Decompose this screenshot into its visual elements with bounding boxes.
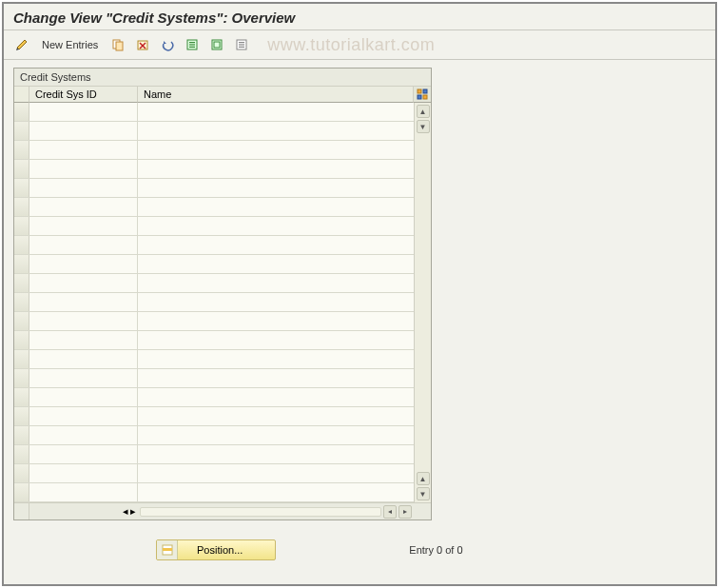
row-selector[interactable] — [14, 426, 29, 444]
row-selector[interactable] — [14, 369, 29, 387]
horizontal-scroll-track[interactable] — [140, 507, 381, 517]
cell-credit-sys-id[interactable] — [29, 293, 138, 311]
table-row[interactable] — [14, 331, 414, 350]
cell-name[interactable] — [138, 198, 414, 216]
cell-name[interactable] — [138, 293, 414, 311]
table-row[interactable] — [14, 122, 414, 141]
row-selector[interactable] — [14, 103, 29, 121]
cell-name[interactable] — [138, 103, 414, 121]
cell-name[interactable] — [138, 426, 414, 444]
vertical-scrollbar[interactable]: ▲ ▼ ▲ ▼ — [414, 103, 431, 502]
select-block-icon[interactable] — [206, 34, 227, 55]
row-selector[interactable] — [14, 255, 29, 273]
cell-name[interactable] — [138, 255, 414, 273]
table-row[interactable] — [14, 407, 414, 426]
scroll-col-left-icon[interactable]: ◂ — [123, 505, 128, 518]
table-row[interactable] — [14, 255, 414, 274]
row-selector[interactable] — [14, 464, 29, 482]
cell-name[interactable] — [138, 464, 414, 482]
table-row[interactable] — [14, 293, 414, 312]
scroll-left-icon[interactable]: ◂ — [383, 505, 397, 519]
scroll-page-up-icon[interactable]: ▼ — [417, 120, 430, 133]
cell-credit-sys-id[interactable] — [29, 464, 138, 482]
select-all-rows-header[interactable] — [14, 87, 29, 103]
cell-credit-sys-id[interactable] — [29, 426, 138, 444]
scroll-down-icon[interactable]: ▼ — [417, 487, 430, 500]
undo-change-icon[interactable] — [157, 34, 178, 55]
table-row[interactable] — [14, 445, 414, 464]
cell-credit-sys-id[interactable] — [29, 103, 138, 121]
table-row[interactable] — [14, 160, 414, 179]
cell-credit-sys-id[interactable] — [29, 407, 138, 425]
cell-name[interactable] — [138, 350, 414, 368]
table-row[interactable] — [14, 483, 414, 502]
select-all-icon[interactable] — [182, 34, 203, 55]
cell-credit-sys-id[interactable] — [29, 160, 138, 178]
scroll-col-right-icon[interactable]: ▸ — [130, 505, 136, 518]
cell-credit-sys-id[interactable] — [29, 312, 138, 330]
table-row[interactable] — [14, 141, 414, 160]
cell-name[interactable] — [138, 483, 414, 501]
scroll-page-down-icon[interactable]: ▲ — [417, 472, 430, 485]
table-row[interactable] — [14, 198, 414, 217]
cell-credit-sys-id[interactable] — [29, 331, 138, 349]
cell-name[interactable] — [138, 217, 414, 235]
row-selector[interactable] — [14, 160, 29, 178]
cell-name[interactable] — [138, 312, 414, 330]
table-row[interactable] — [14, 217, 414, 236]
cell-credit-sys-id[interactable] — [29, 388, 138, 406]
deselect-all-icon[interactable] — [231, 34, 252, 55]
table-row[interactable] — [14, 274, 414, 293]
row-selector[interactable] — [14, 445, 29, 463]
table-row[interactable] — [14, 350, 414, 369]
cell-name[interactable] — [138, 160, 414, 178]
row-selector[interactable] — [14, 141, 29, 159]
table-row[interactable] — [14, 464, 414, 483]
cell-name[interactable] — [138, 179, 414, 197]
table-row[interactable] — [14, 388, 414, 407]
row-selector[interactable] — [14, 217, 29, 235]
new-entries-button[interactable]: New Entries — [36, 36, 104, 53]
row-selector[interactable] — [14, 122, 29, 140]
toggle-display-change-icon[interactable] — [11, 34, 32, 55]
delete-icon[interactable] — [132, 34, 153, 55]
col-header-credit-sys-id[interactable]: Credit Sys ID — [29, 87, 138, 103]
cell-credit-sys-id[interactable] — [29, 122, 138, 140]
cell-credit-sys-id[interactable] — [29, 483, 138, 501]
horizontal-scrollbar[interactable]: ◂ ▸ — [138, 503, 414, 519]
row-selector[interactable] — [14, 407, 29, 425]
cell-name[interactable] — [138, 122, 414, 140]
cell-credit-sys-id[interactable] — [29, 198, 138, 216]
row-selector[interactable] — [14, 350, 29, 368]
table-row[interactable] — [14, 103, 414, 122]
cell-credit-sys-id[interactable] — [29, 274, 138, 292]
scroll-up-icon[interactable]: ▲ — [417, 105, 430, 118]
cell-name[interactable] — [138, 407, 414, 425]
row-selector[interactable] — [14, 483, 29, 501]
col-header-name[interactable]: Name — [138, 87, 414, 103]
cell-name[interactable] — [138, 369, 414, 387]
row-selector[interactable] — [14, 236, 29, 254]
row-selector[interactable] — [14, 312, 29, 330]
cell-name[interactable] — [138, 331, 414, 349]
scroll-right-icon[interactable]: ▸ — [398, 505, 412, 519]
row-selector[interactable] — [14, 198, 29, 216]
row-selector[interactable] — [14, 274, 29, 292]
row-selector[interactable] — [14, 293, 29, 311]
table-row[interactable] — [14, 236, 414, 255]
cell-credit-sys-id[interactable] — [29, 350, 138, 368]
cell-name[interactable] — [138, 236, 414, 254]
cell-credit-sys-id[interactable] — [29, 236, 138, 254]
table-row[interactable] — [14, 179, 414, 198]
table-row[interactable] — [14, 369, 414, 388]
cell-name[interactable] — [138, 388, 414, 406]
row-selector[interactable] — [14, 179, 29, 197]
table-row[interactable] — [14, 426, 414, 445]
cell-name[interactable] — [138, 274, 414, 292]
table-row[interactable] — [14, 312, 414, 331]
cell-credit-sys-id[interactable] — [29, 217, 138, 235]
cell-credit-sys-id[interactable] — [29, 445, 138, 463]
cell-credit-sys-id[interactable] — [29, 179, 138, 197]
cell-credit-sys-id[interactable] — [29, 369, 138, 387]
cell-name[interactable] — [138, 445, 414, 463]
